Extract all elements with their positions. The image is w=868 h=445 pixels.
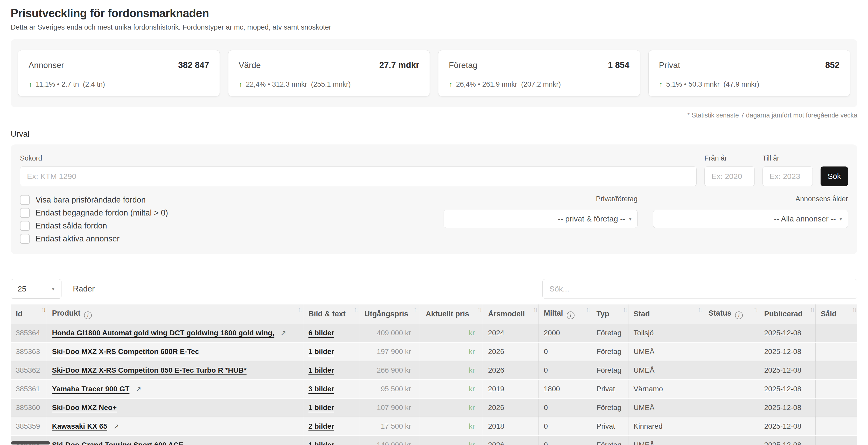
product-link[interactable]: Yamaha Tracer 900 GT bbox=[52, 385, 130, 393]
private-company-select[interactable]: -- privat & företag -- ▾ bbox=[443, 210, 638, 228]
stat-card-foretag: Företag 1 854 ↑ 26,4% • 261.9 mnkr (207.… bbox=[438, 50, 640, 96]
cell-mileage: 2000 bbox=[538, 324, 591, 342]
cell-type: Företag bbox=[591, 361, 628, 380]
info-icon[interactable]: i bbox=[735, 312, 743, 319]
column-header-aktuellt-pris[interactable]: Aktuellt pris ↑↓ bbox=[419, 304, 483, 324]
cell-product: Ski-Doo MXZ X-RS Competiton 850 E-Tec Tu… bbox=[46, 361, 303, 380]
cell-images: 3 bilder bbox=[303, 380, 359, 398]
cell-type: Privat bbox=[591, 417, 628, 436]
table-header-row: Id ↑↓ Produkti ↑↓ Bild & text ↑↓ Utgångs… bbox=[11, 304, 857, 324]
column-header-miltal[interactable]: Miltali ↑↓ bbox=[538, 304, 591, 324]
cell-product: Kawasaki KX 65 ↗ bbox=[46, 417, 303, 436]
cell-start-price: 107 900 kr bbox=[359, 398, 419, 417]
cell-images: 1 bilder bbox=[303, 342, 359, 361]
column-header-arsmodell[interactable]: Årsmodell ↑↓ bbox=[483, 304, 538, 324]
cell-city: UMEÅ bbox=[628, 436, 703, 445]
images-link[interactable]: 1 bilder bbox=[309, 366, 335, 374]
column-header-publicerad[interactable]: Publicerad ↑↓ bbox=[759, 304, 815, 324]
cell-year: 2018 bbox=[483, 417, 538, 436]
sort-icon: ↑↓ bbox=[586, 306, 590, 313]
column-header-status[interactable]: Statusi ↑↓ bbox=[703, 304, 759, 324]
cell-current-price: kr bbox=[419, 361, 483, 380]
product-link[interactable]: Honda Gl1800 Automat gold wing DCT goldw… bbox=[52, 329, 275, 337]
images-link[interactable]: 6 bilder bbox=[309, 329, 335, 337]
cell-current-price: kr bbox=[419, 380, 483, 398]
table-search-input[interactable] bbox=[542, 279, 857, 299]
images-link[interactable]: 2 bilder bbox=[309, 422, 335, 430]
images-link[interactable]: 1 bilder bbox=[309, 404, 335, 412]
checkbox-label: Endast aktiva annonser bbox=[35, 234, 120, 243]
dropdowns: Privat/företag -- privat & företag -- ▾ … bbox=[443, 195, 848, 244]
from-year-input[interactable] bbox=[704, 167, 755, 186]
sort-icon: ↑↓ bbox=[623, 306, 627, 313]
checkbox-row-active-ads[interactable]: Endast aktiva annonser bbox=[20, 234, 443, 244]
column-header-utgangspris[interactable]: Utgångspris ↑↓ bbox=[359, 304, 419, 324]
column-header-id[interactable]: Id ↑↓ bbox=[11, 304, 46, 324]
column-header-stad[interactable]: Stad ↑↓ bbox=[628, 304, 703, 324]
product-link[interactable]: Kawasaki KX 65 bbox=[52, 422, 107, 430]
info-icon[interactable]: i bbox=[84, 312, 92, 319]
product-link[interactable]: Ski-Doo MXZ X-RS Competiton 600R E-Tec bbox=[52, 348, 199, 356]
cell-year: 2026 bbox=[483, 361, 538, 380]
external-link-icon[interactable]: ↗ bbox=[135, 385, 141, 393]
keyword-label: Sökord bbox=[20, 154, 696, 162]
cell-city: UMEÅ bbox=[628, 361, 703, 380]
checkbox-row-used-vehicles[interactable]: Endast begagnade fordon (miltal > 0) bbox=[20, 208, 443, 218]
trend-up-icon: ↑ bbox=[239, 81, 243, 88]
info-icon[interactable]: i bbox=[567, 312, 575, 319]
ad-age-select[interactable]: -- Alla annonser -- ▾ bbox=[653, 210, 848, 228]
checkbox-sold-vehicles[interactable] bbox=[20, 221, 30, 231]
stat-change: 5,1% • 50.3 mnkr (47.9 mnkr) bbox=[666, 80, 760, 88]
page-subtitle: Detta är Sveriges enda och mest unika fo… bbox=[11, 23, 857, 31]
checkbox-price-changed[interactable] bbox=[20, 195, 30, 205]
product-link[interactable]: Ski-Doo Grand Touring Sport 600 ACE bbox=[52, 441, 184, 445]
external-link-icon[interactable]: ↗ bbox=[114, 422, 119, 431]
images-link[interactable]: 3 bilder bbox=[309, 385, 335, 393]
keyword-input[interactable] bbox=[20, 167, 696, 186]
cell-year: 2024 bbox=[483, 324, 538, 342]
cell-published: 2025-12-08 bbox=[759, 436, 815, 445]
cell-images: 1 bilder bbox=[303, 361, 359, 380]
column-header-produkt[interactable]: Produkti ↑↓ bbox=[46, 304, 303, 324]
checkbox-used-vehicles[interactable] bbox=[20, 208, 30, 218]
cell-city: UMEÅ bbox=[628, 342, 703, 361]
sort-icon: ↑↓ bbox=[298, 306, 302, 313]
cell-sold bbox=[815, 436, 857, 445]
external-link-icon[interactable]: ↗ bbox=[281, 329, 286, 337]
cell-start-price: 197 900 kr bbox=[359, 342, 419, 361]
product-link[interactable]: Ski-Doo MXZ X-RS Competiton 850 E-Tec Tu… bbox=[52, 366, 247, 374]
column-header-bild-text[interactable]: Bild & text ↑↓ bbox=[303, 304, 359, 324]
cell-status bbox=[703, 361, 759, 380]
stat-value: 1 854 bbox=[608, 60, 629, 70]
from-year-label: Från år bbox=[704, 154, 755, 162]
cell-year: 2026 bbox=[483, 436, 538, 445]
stat-change: 22,4% • 312.3 mnkr (255.1 mnkr) bbox=[246, 80, 351, 88]
to-year-input[interactable] bbox=[763, 167, 813, 186]
cell-published: 2025-12-08 bbox=[759, 324, 815, 342]
cell-status bbox=[703, 417, 759, 436]
chevron-down-icon: ▾ bbox=[839, 216, 842, 222]
cell-status bbox=[703, 324, 759, 342]
cell-product: Yamaha Tracer 900 GT ↗ bbox=[46, 380, 303, 398]
rows-per-page-select[interactable]: 25 ▾ bbox=[11, 279, 61, 299]
cell-id: 385363 bbox=[11, 342, 46, 361]
checkbox-label: Endast begagnade fordon (miltal > 0) bbox=[35, 208, 168, 217]
checkbox-row-sold-vehicles[interactable]: Endast sålda fordon bbox=[20, 221, 443, 231]
images-link[interactable]: 1 bilder bbox=[309, 441, 335, 445]
horizontal-scrollbar-thumb[interactable] bbox=[11, 441, 50, 444]
cell-product: Ski-Doo MXZ X-RS Competiton 600R E-Tec bbox=[46, 342, 303, 361]
search-button[interactable]: Sök bbox=[820, 167, 848, 186]
cell-status bbox=[703, 342, 759, 361]
images-link[interactable]: 1 bilder bbox=[309, 348, 335, 356]
column-header-typ[interactable]: Typ ↑↓ bbox=[591, 304, 628, 324]
table-row: 385364 Honda Gl1800 Automat gold wing DC… bbox=[11, 324, 857, 342]
column-header-sald[interactable]: Såld ↑↓ bbox=[815, 304, 857, 324]
cell-published: 2025-12-08 bbox=[759, 380, 815, 398]
cell-mileage: 0 bbox=[538, 361, 591, 380]
checkbox-row-price-changed[interactable]: Visa bara prisförändade fordon bbox=[20, 195, 443, 205]
product-link[interactable]: Ski-Doo MXZ Neo+ bbox=[52, 404, 117, 412]
sort-icon: ↑↓ bbox=[477, 306, 481, 313]
cell-start-price: 17 500 kr bbox=[359, 417, 419, 436]
checkbox-active-ads[interactable] bbox=[20, 234, 30, 244]
page-title: Prisutveckling för fordonsmarknaden bbox=[11, 7, 857, 20]
